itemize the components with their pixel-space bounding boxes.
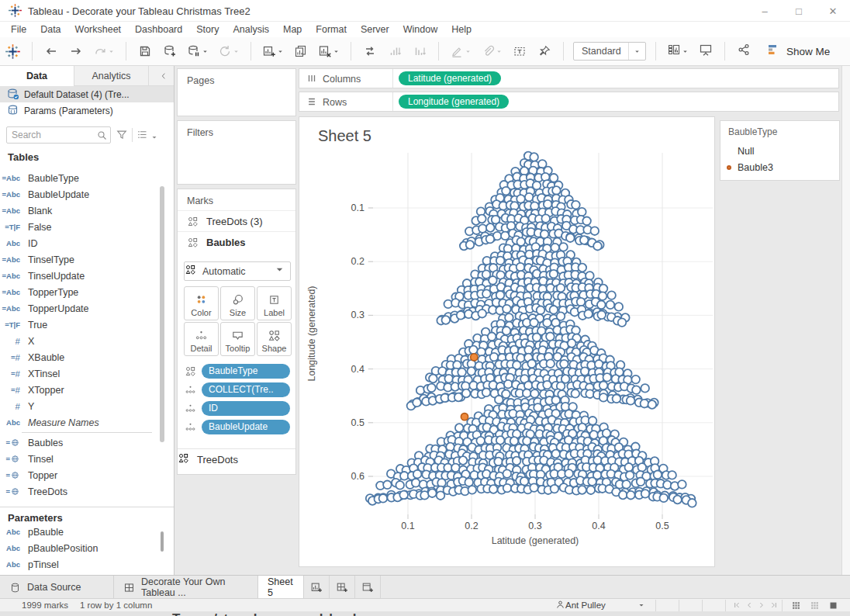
field-blank[interactable]: =AbcBlank <box>0 202 160 219</box>
rows-shelf[interactable]: Rows Longitude (generated) <box>299 92 839 112</box>
tree-dot[interactable] <box>588 477 596 486</box>
tree-dot[interactable] <box>468 367 476 375</box>
tree-dot[interactable] <box>597 301 606 310</box>
field-false[interactable]: =T|FFalse <box>0 219 160 235</box>
tree-dot[interactable] <box>503 469 512 478</box>
user-menu[interactable]: Ant Pulley <box>555 599 606 611</box>
field-tinseltype[interactable]: =AbcTinselType <box>0 251 160 268</box>
nav-first-icon[interactable] <box>732 600 741 611</box>
tree-dot[interactable] <box>688 499 696 507</box>
tree-dot[interactable] <box>495 396 503 404</box>
tree-dot[interactable] <box>566 234 575 242</box>
tree-dot[interactable] <box>501 232 510 241</box>
tree-dot[interactable] <box>468 486 477 494</box>
grid-view-icon[interactable] <box>791 600 801 612</box>
datasource-item[interactable]: Default Dataset (4) (Tre... <box>0 86 174 102</box>
field-treedots[interactable]: =TreeDots <box>0 483 160 500</box>
tree-scatter-plot[interactable]: 0.10.20.30.40.50.10.20.30.40.50.6Latitud… <box>299 117 716 568</box>
nav-next-icon[interactable] <box>757 600 766 611</box>
tree-dot[interactable] <box>543 319 551 327</box>
menu-worksheet[interactable]: Worksheet <box>68 22 129 37</box>
tree-dot[interactable] <box>482 389 491 397</box>
filter-funnel-icon[interactable] <box>116 129 128 144</box>
highlight-button[interactable] <box>447 40 474 63</box>
tree-dot[interactable] <box>504 380 513 389</box>
field-baubleupdate[interactable]: =AbcBaubleUpdate <box>0 186 160 202</box>
tree-dot[interactable] <box>584 310 593 318</box>
tree-dot[interactable] <box>530 319 538 327</box>
tree-dot[interactable] <box>517 263 525 272</box>
tree-dot[interactable] <box>599 292 607 300</box>
tree-dot[interactable] <box>565 469 573 478</box>
back-button[interactable] <box>41 40 61 63</box>
parameter-pbaubleposition[interactable]: AbcpBaublePosition <box>0 540 174 556</box>
tree-dot[interactable] <box>638 463 647 472</box>
size-button[interactable]: Size <box>220 286 255 320</box>
filters-shelf[interactable]: Filters <box>177 120 296 185</box>
sort-asc-button[interactable] <box>385 40 405 63</box>
tree-dot[interactable] <box>429 375 437 383</box>
field-tinselupdate[interactable]: =AbcTinselUpdate <box>0 268 160 284</box>
tree-dot[interactable] <box>606 301 615 310</box>
chevron-down-icon[interactable] <box>150 130 158 144</box>
tree-dot[interactable] <box>412 479 420 487</box>
tree-dot[interactable] <box>551 485 559 493</box>
tree-dot[interactable] <box>578 486 586 494</box>
label-button[interactable]: Label <box>257 286 292 320</box>
tree-dot[interactable] <box>551 244 559 252</box>
shape-button[interactable]: Shape <box>257 322 292 356</box>
tree-dot[interactable] <box>505 313 513 322</box>
menu-help[interactable]: Help <box>444 22 479 37</box>
tree-dot[interactable] <box>383 481 392 490</box>
menu-format[interactable]: Format <box>309 22 354 37</box>
tree-dot[interactable] <box>593 242 602 251</box>
parameters-scrollbar[interactable] <box>161 531 164 552</box>
paperclip-button[interactable] <box>479 40 505 63</box>
tree-dot[interactable] <box>503 305 511 313</box>
new-dashboard-button[interactable] <box>330 576 355 599</box>
menu-file[interactable]: File <box>4 22 33 37</box>
tree-dot[interactable] <box>479 224 487 233</box>
tree-dot[interactable] <box>454 393 463 402</box>
grid-view-light-icon[interactable] <box>810 600 820 612</box>
tree-dot[interactable] <box>510 437 519 445</box>
new-worksheet-button[interactable] <box>304 576 330 599</box>
tree-dot[interactable] <box>455 424 464 432</box>
tree-dot[interactable] <box>413 399 421 407</box>
tree-dot[interactable] <box>476 437 485 445</box>
tree-dot[interactable] <box>568 339 576 348</box>
detail-button[interactable]: Detail <box>184 322 219 356</box>
new-story-button[interactable] <box>355 576 381 599</box>
fit-caret-icon[interactable] <box>628 43 645 60</box>
tree-dot[interactable] <box>444 375 453 383</box>
tree-dot[interactable] <box>572 389 580 398</box>
tree-dot[interactable] <box>572 201 580 209</box>
tree-dot[interactable] <box>469 346 478 355</box>
mark-pill[interactable]: COLLECT(Tre.. <box>202 382 290 397</box>
mark-pill[interactable]: BaubleType <box>202 364 290 379</box>
tree-dot[interactable] <box>660 494 669 503</box>
tree-dot[interactable] <box>622 480 631 489</box>
tree-dot[interactable] <box>428 489 437 497</box>
minimize-button[interactable]: – <box>748 0 782 22</box>
tree-dot[interactable] <box>619 491 627 500</box>
field-xtopper[interactable]: =#XTopper <box>0 382 160 398</box>
tree-dot[interactable] <box>599 393 608 402</box>
clear-sheet-button[interactable] <box>316 40 342 63</box>
marks-layer-treedots[interactable]: TreeDots <box>178 448 295 470</box>
caret-down-icon[interactable] <box>638 601 645 611</box>
nav-last-icon[interactable] <box>769 600 779 611</box>
tree-dot[interactable] <box>482 289 491 298</box>
tree-dot[interactable] <box>551 450 560 459</box>
menu-server[interactable]: Server <box>354 22 396 37</box>
tab-decorate-your-own-tableau-[interactable]: Decorate Your Own Tableau ... <box>114 576 258 599</box>
field-measure-names[interactable]: AbcMeasure Names <box>0 414 160 431</box>
tree-dot[interactable] <box>589 417 597 425</box>
search-box[interactable] <box>6 126 111 144</box>
tree-dot[interactable] <box>544 200 552 209</box>
new-worksheet-button[interactable] <box>260 40 286 63</box>
tree-dot[interactable] <box>478 310 486 318</box>
tree-dot[interactable] <box>550 270 558 279</box>
tree-dot[interactable] <box>589 431 598 439</box>
tree-dot[interactable] <box>534 403 542 412</box>
